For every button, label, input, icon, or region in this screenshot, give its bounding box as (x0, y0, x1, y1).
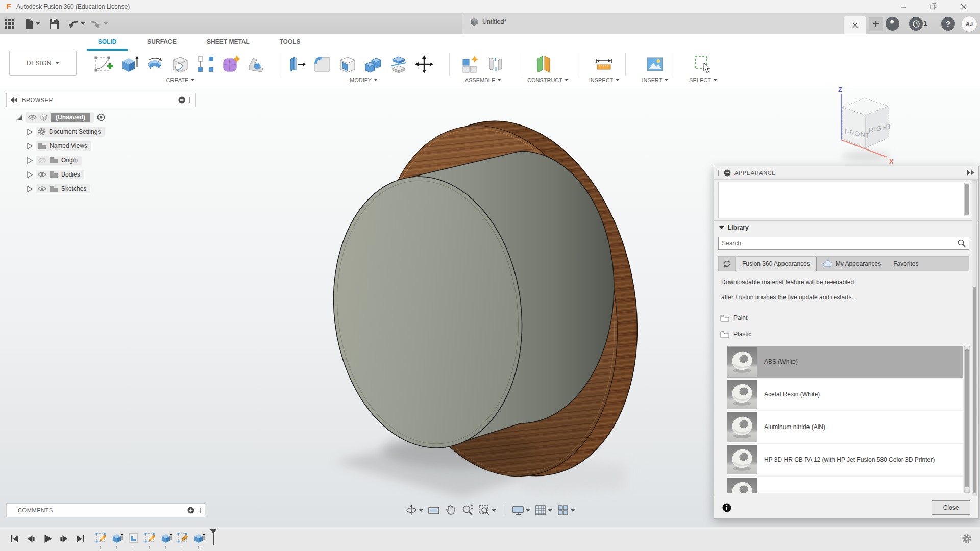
help-button[interactable]: ? (941, 17, 955, 31)
browser-row-bodies[interactable]: Bodies (27, 167, 196, 182)
create-form-button[interactable] (218, 53, 244, 76)
collapsed-arrow-icon[interactable] (27, 129, 33, 135)
folder-paint[interactable]: Paint (720, 312, 747, 323)
scrollbar-thumb[interactable] (965, 184, 969, 215)
sweep-button[interactable] (244, 53, 270, 76)
save-button[interactable] (49, 17, 59, 31)
comments-bar[interactable]: COMMENTS (6, 503, 205, 517)
model-canvas[interactable] (296, 97, 653, 510)
new-document-tab-button[interactable] (869, 17, 883, 31)
tab-fusion-appearances[interactable]: Fusion 360 Appearances (736, 257, 817, 271)
press-pull-button[interactable] (284, 53, 309, 76)
material-row-aluminum-nitride[interactable]: Aluminum nitride (AlN) (727, 411, 963, 443)
create-sketch-button[interactable] (91, 53, 116, 76)
job-status-button[interactable] (909, 17, 923, 31)
avatar[interactable]: AJ (961, 16, 977, 32)
close-window-button[interactable] (952, 0, 975, 13)
new-component-button[interactable] (457, 53, 483, 76)
combine-button[interactable] (360, 53, 386, 76)
measure-button[interactable] (591, 53, 617, 76)
panel-grip[interactable] (199, 508, 201, 513)
display-settings-button[interactable] (512, 504, 530, 516)
undo-button[interactable] (67, 17, 85, 31)
timeline-settings-gear-button[interactable] (962, 534, 972, 544)
zoom-window-button[interactable] (478, 504, 496, 516)
swatch-scrollbar[interactable] (964, 183, 969, 216)
collapsed-arrow-icon[interactable] (27, 186, 33, 192)
material-row-hp-3d-pa12[interactable]: HP 3D HR CB PA 12 (with HP Jet Fusion 58… (727, 444, 963, 475)
group-label-assemble[interactable]: ASSEMBLE (465, 77, 501, 83)
browser-row-sketches[interactable]: Sketches (27, 182, 196, 196)
search-icon[interactable] (957, 239, 966, 248)
root-component-label[interactable]: (Unsaved) (51, 113, 90, 122)
panel-grip[interactable] (189, 97, 191, 103)
add-comment-icon[interactable] (187, 507, 194, 514)
redo-button[interactable] (90, 17, 108, 31)
timeline-shell-feature[interactable] (128, 532, 140, 545)
browser-row-document-settings[interactable]: Document Settings (27, 124, 196, 139)
material-row-partial[interactable] (727, 477, 963, 493)
search-box[interactable] (718, 237, 969, 250)
collapsed-arrow-icon[interactable] (27, 143, 33, 149)
step-back-button[interactable] (26, 534, 36, 544)
group-label-select[interactable]: SELECT (689, 77, 717, 83)
rectangular-pattern-button[interactable] (193, 53, 218, 76)
joint-button[interactable] (483, 53, 508, 76)
eye-icon[interactable] (28, 114, 37, 120)
scrollbar-thumb[interactable] (965, 349, 969, 487)
collapsed-arrow-icon[interactable] (27, 171, 33, 178)
construct-plane-button[interactable] (531, 53, 556, 76)
timeline-extrude-feature[interactable] (111, 532, 124, 545)
close-document-tab-button[interactable] (844, 16, 866, 34)
expand-arrow-icon[interactable] (16, 114, 23, 121)
select-button[interactable] (690, 53, 716, 76)
collapse-section-icon[interactable] (724, 169, 731, 177)
file-menu-button[interactable] (24, 17, 40, 31)
scrollbar-thumb[interactable] (973, 287, 976, 493)
play-button[interactable] (42, 533, 53, 544)
document-tab[interactable]: Untitled* (470, 17, 506, 27)
group-label-inspect[interactable]: INSPECT (589, 77, 619, 83)
folder-plastic[interactable]: Plastic (720, 329, 751, 340)
group-label-construct[interactable]: CONSTRUCT (527, 77, 568, 83)
material-row-abs-white[interactable]: ABS (White) (727, 346, 963, 378)
workspace-switcher[interactable]: DESIGN (9, 51, 77, 76)
material-list-scrollbar[interactable] (964, 346, 970, 493)
group-label-create[interactable]: CREATE (166, 77, 194, 83)
move-copy-button[interactable] (411, 53, 437, 76)
group-label-modify[interactable]: MODIFY (350, 77, 377, 83)
eye-icon[interactable] (38, 186, 46, 192)
browser-row-named-views[interactable]: Named Views (27, 139, 196, 153)
grid-snap-button[interactable] (534, 504, 552, 516)
zoom-button[interactable] (461, 504, 474, 516)
fillet-button[interactable] (309, 53, 335, 76)
app-grid-menu-button[interactable] (4, 17, 15, 31)
shell-button[interactable] (335, 53, 360, 76)
viewports-button[interactable] (557, 504, 575, 516)
tab-surface[interactable]: SURFACE (147, 38, 176, 45)
browser-row-origin[interactable]: Origin (27, 153, 196, 167)
tab-my-appearances[interactable]: My Appearances (817, 257, 887, 271)
extrude-button[interactable] (116, 53, 142, 76)
go-to-end-button[interactable] (75, 534, 86, 544)
timeline-extrude-feature[interactable] (160, 532, 173, 545)
restore-button[interactable] (922, 0, 944, 13)
material-row-acetal-resin[interactable]: Acetal Resin (White) (727, 379, 963, 410)
timeline-extrude-feature[interactable] (193, 532, 205, 545)
group-label-insert[interactable]: INSERT (642, 77, 668, 83)
info-icon[interactable] (722, 503, 731, 512)
tab-tools[interactable]: TOOLS (279, 38, 300, 45)
library-section-toggle[interactable]: Library (719, 224, 749, 231)
search-input[interactable] (719, 240, 957, 247)
panel-scrollbar[interactable] (972, 180, 977, 496)
close-button[interactable]: Close (932, 500, 970, 515)
step-forward-button[interactable] (59, 534, 69, 544)
timeline-sketch-feature[interactable] (177, 532, 189, 545)
hole-button[interactable] (167, 53, 193, 76)
browser-header[interactable]: BROWSER (6, 93, 196, 107)
tab-sheet-metal[interactable]: SHEET METAL (207, 38, 250, 45)
look-at-button[interactable] (428, 504, 440, 516)
eye-off-icon[interactable] (38, 157, 46, 163)
insert-canvas-button[interactable] (642, 53, 668, 76)
revolve-button[interactable] (142, 53, 167, 76)
